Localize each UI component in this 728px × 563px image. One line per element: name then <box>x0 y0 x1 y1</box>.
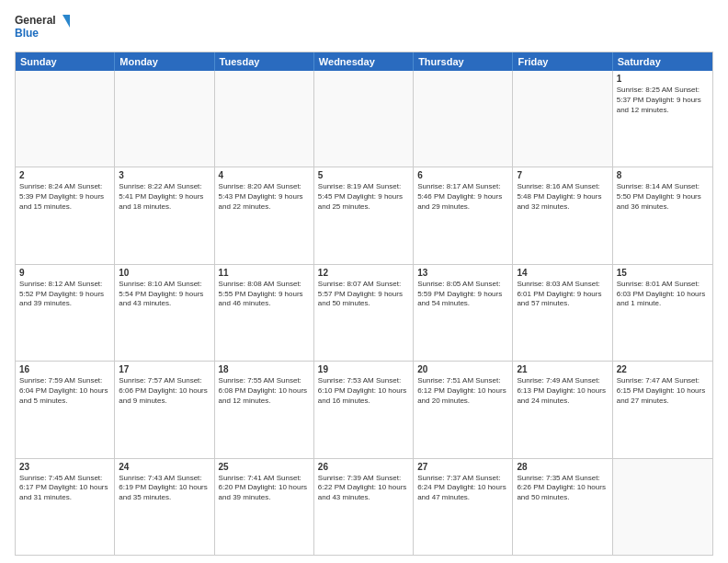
day-number: 19 <box>318 364 409 374</box>
day-number: 6 <box>417 170 508 180</box>
day-number: 3 <box>119 170 210 180</box>
calendar-cell: 10Sunrise: 8:10 AM Sunset: 5:54 PM Dayli… <box>115 265 214 361</box>
calendar-cell: 16Sunrise: 7:59 AM Sunset: 6:04 PM Dayli… <box>16 362 115 457</box>
day-details: Sunrise: 7:39 AM Sunset: 6:22 PM Dayligh… <box>318 474 409 503</box>
svg-marker-2 <box>63 15 70 28</box>
calendar: SundayMondayTuesdayWednesdayThursdayFrid… <box>15 52 713 556</box>
calendar-cell: 12Sunrise: 8:07 AM Sunset: 5:57 PM Dayli… <box>314 265 414 361</box>
weekday-header-wednesday: Wednesday <box>314 52 414 71</box>
day-number: 18 <box>219 364 310 374</box>
day-number: 7 <box>517 170 608 180</box>
day-number: 26 <box>318 462 409 472</box>
weekday-header-tuesday: Tuesday <box>215 52 314 71</box>
day-details: Sunrise: 8:07 AM Sunset: 5:57 PM Dayligh… <box>318 280 409 309</box>
day-number: 12 <box>318 268 409 278</box>
day-details: Sunrise: 8:22 AM Sunset: 5:41 PM Dayligh… <box>119 182 210 212</box>
day-number: 16 <box>19 364 110 374</box>
day-number: 17 <box>119 364 210 374</box>
day-details: Sunrise: 8:24 AM Sunset: 5:39 PM Dayligh… <box>19 182 110 212</box>
calendar-cell: 28Sunrise: 7:35 AM Sunset: 6:26 PM Dayli… <box>513 459 612 555</box>
day-number: 23 <box>19 462 110 472</box>
day-details: Sunrise: 8:19 AM Sunset: 5:45 PM Dayligh… <box>318 182 409 212</box>
calendar-header: SundayMondayTuesdayWednesdayThursdayFrid… <box>16 52 712 71</box>
calendar-cell <box>414 71 513 167</box>
calendar-cell: 8Sunrise: 8:14 AM Sunset: 5:50 PM Daylig… <box>613 167 712 263</box>
day-details: Sunrise: 7:55 AM Sunset: 6:08 PM Dayligh… <box>219 376 310 406</box>
day-details: Sunrise: 8:17 AM Sunset: 5:46 PM Dayligh… <box>417 182 508 212</box>
weekday-header-monday: Monday <box>115 52 214 71</box>
calendar-cell: 17Sunrise: 7:57 AM Sunset: 6:06 PM Dayli… <box>115 362 214 457</box>
header: General Blue <box>15 11 713 46</box>
calendar-page: General Blue SundayMondayTuesdayWednesda… <box>0 0 728 563</box>
day-number: 5 <box>318 170 409 180</box>
weekday-header-thursday: Thursday <box>414 52 513 71</box>
day-details: Sunrise: 8:20 AM Sunset: 5:43 PM Dayligh… <box>219 182 310 212</box>
day-details: Sunrise: 7:41 AM Sunset: 6:20 PM Dayligh… <box>219 474 310 503</box>
day-number: 21 <box>517 364 608 374</box>
day-details: Sunrise: 8:05 AM Sunset: 5:59 PM Dayligh… <box>417 280 508 309</box>
calendar-cell <box>314 71 414 167</box>
calendar-cell: 20Sunrise: 7:51 AM Sunset: 6:12 PM Dayli… <box>414 362 513 457</box>
day-details: Sunrise: 7:35 AM Sunset: 6:26 PM Dayligh… <box>517 474 608 503</box>
day-details: Sunrise: 8:10 AM Sunset: 5:54 PM Dayligh… <box>119 280 210 309</box>
calendar-row-3: 9Sunrise: 8:12 AM Sunset: 5:52 PM Daylig… <box>16 264 712 361</box>
calendar-cell: 22Sunrise: 7:47 AM Sunset: 6:15 PM Dayli… <box>613 362 712 457</box>
day-number: 27 <box>417 462 508 472</box>
svg-text:Blue: Blue <box>15 27 39 40</box>
calendar-cell <box>215 71 314 167</box>
day-number: 9 <box>19 268 110 278</box>
day-details: Sunrise: 8:01 AM Sunset: 6:03 PM Dayligh… <box>617 280 709 309</box>
calendar-cell: 6Sunrise: 8:17 AM Sunset: 5:46 PM Daylig… <box>414 167 513 263</box>
calendar-row-2: 2Sunrise: 8:24 AM Sunset: 5:39 PM Daylig… <box>16 167 712 263</box>
calendar-cell: 26Sunrise: 7:39 AM Sunset: 6:22 PM Dayli… <box>314 459 414 555</box>
day-details: Sunrise: 7:51 AM Sunset: 6:12 PM Dayligh… <box>417 376 508 406</box>
calendar-cell: 3Sunrise: 8:22 AM Sunset: 5:41 PM Daylig… <box>115 167 214 263</box>
calendar-cell: 27Sunrise: 7:37 AM Sunset: 6:24 PM Dayli… <box>414 459 513 555</box>
day-details: Sunrise: 7:37 AM Sunset: 6:24 PM Dayligh… <box>417 474 508 503</box>
day-number: 4 <box>219 170 310 180</box>
calendar-cell <box>613 459 712 555</box>
calendar-row-4: 16Sunrise: 7:59 AM Sunset: 6:04 PM Dayli… <box>16 361 712 457</box>
calendar-cell: 21Sunrise: 7:49 AM Sunset: 6:13 PM Dayli… <box>513 362 612 457</box>
logo-svg: General Blue <box>15 11 70 46</box>
day-number: 28 <box>517 462 608 472</box>
day-number: 20 <box>417 364 508 374</box>
calendar-cell: 18Sunrise: 7:55 AM Sunset: 6:08 PM Dayli… <box>215 362 314 457</box>
day-details: Sunrise: 7:59 AM Sunset: 6:04 PM Dayligh… <box>19 376 110 406</box>
day-number: 10 <box>119 268 210 278</box>
calendar-row-1: 1Sunrise: 8:25 AM Sunset: 5:37 PM Daylig… <box>16 71 712 167</box>
day-details: Sunrise: 8:25 AM Sunset: 5:37 PM Dayligh… <box>617 86 709 115</box>
calendar-cell: 19Sunrise: 7:53 AM Sunset: 6:10 PM Dayli… <box>314 362 414 457</box>
svg-text:General: General <box>15 14 56 27</box>
day-details: Sunrise: 8:03 AM Sunset: 6:01 PM Dayligh… <box>517 280 608 309</box>
calendar-cell: 15Sunrise: 8:01 AM Sunset: 6:03 PM Dayli… <box>613 265 712 361</box>
calendar-cell: 7Sunrise: 8:16 AM Sunset: 5:48 PM Daylig… <box>513 167 612 263</box>
day-number: 14 <box>517 268 608 278</box>
day-number: 15 <box>617 268 709 278</box>
calendar-cell: 4Sunrise: 8:20 AM Sunset: 5:43 PM Daylig… <box>215 167 314 263</box>
weekday-header-friday: Friday <box>513 52 612 71</box>
day-details: Sunrise: 7:49 AM Sunset: 6:13 PM Dayligh… <box>517 376 608 406</box>
day-number: 25 <box>219 462 310 472</box>
day-number: 2 <box>19 170 110 180</box>
calendar-cell: 2Sunrise: 8:24 AM Sunset: 5:39 PM Daylig… <box>16 167 115 263</box>
day-number: 8 <box>617 170 709 180</box>
day-details: Sunrise: 8:12 AM Sunset: 5:52 PM Dayligh… <box>19 280 110 309</box>
calendar-cell <box>513 71 612 167</box>
day-number: 11 <box>219 268 310 278</box>
day-details: Sunrise: 7:43 AM Sunset: 6:19 PM Dayligh… <box>119 474 210 503</box>
calendar-cell: 14Sunrise: 8:03 AM Sunset: 6:01 PM Dayli… <box>513 265 612 361</box>
day-number: 1 <box>617 74 709 84</box>
calendar-cell: 13Sunrise: 8:05 AM Sunset: 5:59 PM Dayli… <box>414 265 513 361</box>
calendar-cell: 23Sunrise: 7:45 AM Sunset: 6:17 PM Dayli… <box>16 459 115 555</box>
calendar-cell: 11Sunrise: 8:08 AM Sunset: 5:55 PM Dayli… <box>215 265 314 361</box>
day-number: 22 <box>617 364 709 374</box>
calendar-cell: 9Sunrise: 8:12 AM Sunset: 5:52 PM Daylig… <box>16 265 115 361</box>
calendar-row-5: 23Sunrise: 7:45 AM Sunset: 6:17 PM Dayli… <box>16 458 712 555</box>
calendar-cell: 5Sunrise: 8:19 AM Sunset: 5:45 PM Daylig… <box>314 167 414 263</box>
day-number: 13 <box>417 268 508 278</box>
day-number: 24 <box>119 462 210 472</box>
weekday-header-sunday: Sunday <box>16 52 115 71</box>
calendar-cell: 25Sunrise: 7:41 AM Sunset: 6:20 PM Dayli… <box>215 459 314 555</box>
weekday-header-saturday: Saturday <box>613 52 712 71</box>
